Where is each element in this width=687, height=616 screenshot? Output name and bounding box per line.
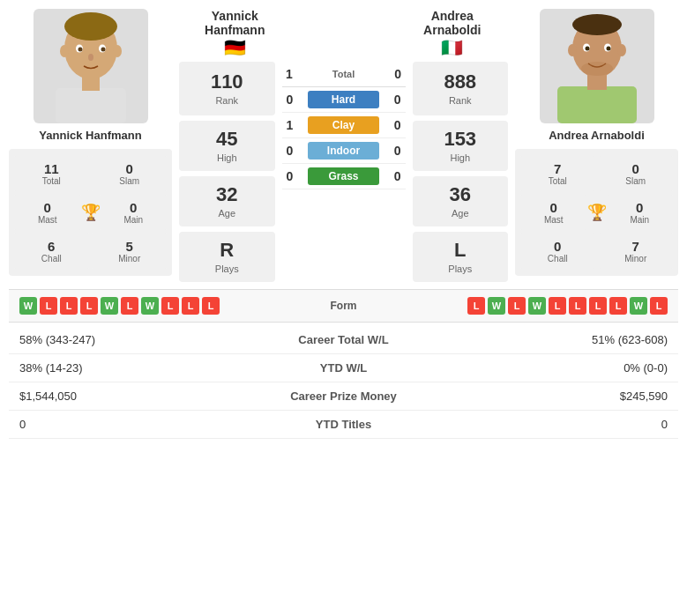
right-mast-value: 0: [524, 200, 584, 215]
stats-right-3: 0: [410, 411, 678, 439]
left-player-photo: [34, 9, 148, 123]
form-section: WLLLWLWLLL Form LWLWLLLLWL: [9, 289, 678, 323]
indoor-badge: Indoor: [308, 142, 379, 160]
stats-left-3: 0: [9, 411, 277, 439]
right-total-label: Total: [524, 176, 592, 186]
svg-point-19: [568, 44, 577, 56]
left-player-name: Yannick Hanfmann: [9, 129, 172, 142]
stats-left-0: 58% (343-247): [9, 326, 277, 354]
left-slam-label: Slam: [96, 176, 164, 186]
right-age-card: 36 Age: [413, 176, 509, 226]
svg-point-17: [585, 47, 589, 51]
stats-right-1: 0% (0-0): [410, 354, 678, 382]
right-mast-label: Mast: [524, 215, 584, 225]
left-form-badge-w: W: [141, 297, 159, 315]
right-form-badge-l: L: [467, 297, 485, 315]
left-main-value: 0: [104, 200, 164, 215]
clay-badge: Clay: [308, 116, 379, 134]
right-form-badge-l: L: [609, 297, 627, 315]
right-main-label: Main: [610, 215, 670, 225]
right-rank-label: Rank: [449, 95, 472, 106]
right-minor-cell: 7 Minor: [599, 234, 674, 269]
right-stats-grid: 7 Total 0 Slam: [520, 156, 673, 191]
right-minor-label: Minor: [602, 254, 670, 263]
grass-right: 0: [390, 169, 406, 183]
stats-left-2: $1,544,050: [9, 382, 277, 411]
indoor-row: 0 Indoor 0: [282, 138, 406, 164]
left-form-badge-w: W: [19, 297, 37, 315]
right-chall-value: 0: [524, 239, 592, 254]
right-age-value: 36: [420, 183, 502, 206]
center-stats-row: 110 Rank 45 High 32 Age R Plays: [179, 62, 508, 282]
indoor-left: 0: [282, 144, 298, 158]
right-name-header: Andrea Arnaboldi 🇮🇹: [397, 9, 509, 58]
left-age-label: Age: [218, 208, 235, 219]
right-player-area: Andrea Arnaboldi 7 Total 0 Slam 0 Mas: [515, 9, 678, 279]
svg-rect-14: [587, 74, 607, 90]
svg-point-21: [581, 62, 613, 76]
right-name-line2: Arnaboldi: [397, 23, 509, 37]
left-rank-card: 110 Rank: [179, 62, 275, 115]
right-slam-value: 0: [602, 161, 670, 176]
left-minor-cell: 5 Minor: [93, 234, 168, 269]
stats-row-1: 38% (14-23)YTD W/L0% (0-0): [9, 354, 678, 382]
right-age-label: Age: [452, 208, 469, 219]
left-total-value: 11: [18, 161, 86, 176]
right-bottom-stats: 0 Chall 7 Minor: [520, 234, 673, 269]
svg-point-20: [617, 44, 626, 56]
left-mast-label: Mast: [18, 215, 78, 225]
left-chall-label: Chall: [18, 254, 86, 263]
svg-point-6: [78, 48, 82, 52]
stats-label-3: YTD Titles: [277, 411, 411, 439]
total-row: 1 Total 0: [282, 62, 406, 87]
names-header: Yannick Hanfmann 🇩🇪 Andrea Arnaboldi 🇮🇹: [179, 9, 508, 58]
left-slam-cell: 0 Slam: [93, 156, 168, 191]
left-bottom-stats: 6 Chall 5 Minor: [14, 234, 167, 269]
svg-point-7: [101, 48, 105, 52]
left-main-cell: 0 Main: [101, 195, 168, 230]
right-rank-value: 888: [420, 71, 502, 93]
left-name-line2: Hanfmann: [179, 23, 291, 37]
stats-label-2: Career Prize Money: [277, 382, 411, 411]
stats-row-3: 0YTD Titles0: [9, 411, 678, 439]
left-high-card: 45 High: [179, 121, 275, 171]
left-player-area: Yannick Hanfmann 11 Total 0 Slam: [9, 9, 172, 279]
svg-point-10: [113, 45, 122, 57]
left-name-header: Yannick Hanfmann 🇩🇪: [179, 9, 291, 58]
right-total-value: 7: [524, 161, 592, 176]
svg-point-8: [88, 54, 93, 61]
total-right: 0: [391, 67, 406, 81]
left-slam-value: 0: [96, 161, 164, 176]
stats-label-1: YTD W/L: [277, 354, 411, 382]
trophy-symbol-right: 🏆: [587, 203, 607, 222]
left-form-badge-l: L: [182, 297, 199, 315]
match-results-center: 1 Total 0 0 Hard 0 1 Clay 0: [282, 62, 406, 189]
right-form-badge-l: L: [549, 297, 566, 315]
left-chall-cell: 6 Chall: [14, 234, 89, 269]
left-form-badge-l: L: [60, 297, 78, 315]
left-mast-cell: 0 Mast: [14, 195, 81, 230]
hard-left: 0: [282, 93, 298, 107]
hard-row: 0 Hard 0: [282, 87, 406, 113]
right-form-badges: LWLWLLLLWL: [386, 297, 668, 315]
right-minor-value: 7: [602, 239, 670, 254]
right-slam-cell: 0 Slam: [599, 156, 674, 191]
trophy-symbol-left: 🏆: [81, 203, 101, 222]
right-chall-label: Chall: [524, 254, 592, 263]
hard-right: 0: [390, 93, 406, 107]
right-slam-label: Slam: [602, 176, 670, 186]
hard-badge: Hard: [308, 91, 379, 108]
right-rank-card: 888 Rank: [413, 62, 509, 115]
right-flag: 🇮🇹: [397, 37, 509, 58]
right-main-cell: 0 Main: [607, 195, 674, 230]
svg-point-9: [60, 45, 69, 57]
left-player-stats-card: 11 Total 0 Slam 0 Mast 🏆: [9, 149, 172, 276]
right-plays-card: L Plays: [413, 232, 509, 282]
left-stats-grid: 11 Total 0 Slam: [14, 156, 167, 191]
stats-row-2: $1,544,050Career Prize Money$245,590: [9, 382, 678, 411]
right-form-badge-l: L: [650, 297, 668, 315]
left-age-card: 32 Age: [179, 176, 275, 226]
right-form-badge-l: L: [589, 297, 607, 315]
left-total-cell: 11 Total: [14, 156, 89, 191]
left-minor-label: Minor: [96, 254, 164, 263]
